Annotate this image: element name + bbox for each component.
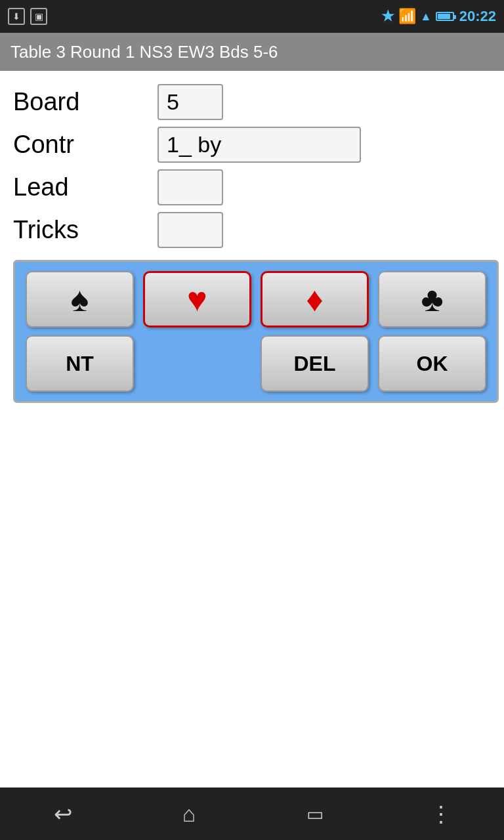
contr-label: Contr [13,131,158,159]
ok-label: OK [416,352,448,376]
empty-space [143,335,251,392]
battery-icon [436,12,454,21]
diamond-button[interactable]: ♦ [261,271,369,327]
signal-icon: ▲ [420,10,432,24]
suit-row: ♠ ♥ ♦ ♣ [26,271,486,327]
bottom-nav [0,788,504,840]
diamond-icon: ♦ [306,280,324,319]
club-icon: ♣ [421,280,443,319]
nav-menu-button[interactable] [415,788,467,840]
nav-recents-button[interactable] [289,788,341,840]
tricks-input[interactable] [158,212,223,248]
status-bar: ⬇ ▣ ★ 📶 ▲ 20:22 [0,0,504,33]
tricks-label: Tricks [13,216,158,244]
contr-row: Contr [13,127,491,163]
club-button[interactable]: ♣ [378,271,486,327]
action-row: NT DEL OK [26,335,486,392]
nav-home-button[interactable] [163,788,215,840]
lead-label: Lead [13,173,158,201]
nav-back-button[interactable] [37,788,89,840]
lead-input[interactable] [158,169,223,205]
app-header: Table 3 Round 1 NS3 EW3 Bds 5-6 [0,33,504,71]
del-button[interactable]: DEL [261,335,369,392]
status-time: 20:22 [459,8,496,25]
lead-row: Lead [13,169,491,205]
image-icon: ▣ [30,8,47,25]
tricks-row: Tricks [13,212,491,248]
board-row: Board [13,84,491,120]
spade-button[interactable]: ♠ [26,271,134,327]
bluetooth-icon: ★ [381,8,394,25]
board-label: Board [13,88,158,116]
wifi-icon: 📶 [398,8,416,25]
board-input[interactable] [158,84,223,120]
app-header-title: Table 3 Round 1 NS3 EW3 Bds 5-6 [10,42,278,62]
status-left-icons: ⬇ ▣ [8,8,47,25]
nt-label: NT [66,352,94,376]
ok-button[interactable]: OK [378,335,486,392]
status-right-area: ★ 📶 ▲ 20:22 [381,8,496,25]
contr-input[interactable] [158,127,361,163]
keypad: ♠ ♥ ♦ ♣ NT DEL OK [13,260,499,403]
nt-button[interactable]: NT [26,335,134,392]
del-label: DEL [293,352,335,376]
status-icons: ★ 📶 ▲ [381,8,454,25]
heart-icon: ♥ [187,280,207,319]
heart-button[interactable]: ♥ [143,271,251,327]
main-content: Board Contr Lead Tricks ♠ ♥ ♦ ♣ [0,71,504,416]
spade-icon: ♠ [71,280,89,319]
download-icon: ⬇ [8,8,25,25]
